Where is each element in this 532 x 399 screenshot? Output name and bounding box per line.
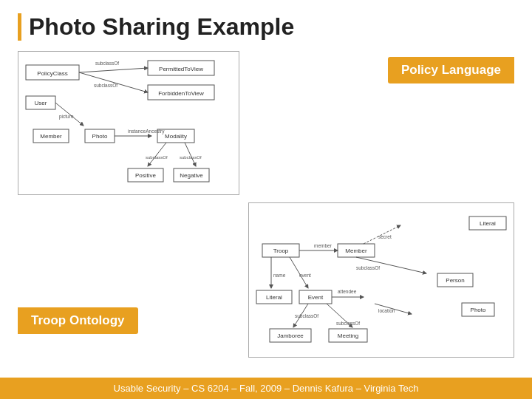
svg-text:location: location (378, 308, 395, 313)
main-content: PolicyClass PermittedToView ForbiddenToV… (18, 51, 514, 399)
svg-text:subclassOf: subclassOf (95, 61, 119, 66)
svg-text:member: member (314, 243, 332, 248)
svg-text:picture: picture (59, 114, 74, 120)
svg-text:subclassOf: subclassOf (94, 83, 117, 88)
svg-text:User: User (35, 100, 47, 106)
photo-sharing-diagram: PolicyClass PermittedToView ForbiddenToV… (18, 51, 239, 195)
footer-text: Usable Security – CS 6204 – Fall, 2009 –… (114, 383, 419, 394)
svg-text:PolicyClass: PolicyClass (37, 70, 67, 77)
svg-text:Member: Member (40, 133, 62, 140)
svg-line-37 (364, 225, 400, 244)
page-container: Photo Sharing Example PolicyClass Permit… (0, 0, 532, 399)
svg-text:Troop: Troop (273, 248, 289, 254)
svg-text:Event: Event (308, 294, 324, 301)
svg-text:PermittedToView: PermittedToView (159, 66, 203, 72)
svg-text:subclassOf: subclassOf (146, 155, 168, 160)
page-title: Photo Sharing Example (18, 13, 514, 41)
troop-ontology-label: Troop Ontology (18, 307, 138, 334)
svg-line-22 (148, 143, 166, 166)
svg-text:Jamboree: Jamboree (277, 332, 304, 339)
svg-text:Modality: Modality (165, 133, 187, 140)
svg-text:Person: Person (446, 277, 464, 284)
svg-text:Photo: Photo (471, 307, 486, 313)
svg-text:name: name (273, 273, 286, 278)
svg-text:Literal: Literal (266, 294, 282, 301)
svg-text:Positive: Positive (135, 172, 157, 179)
svg-text:secret: secret (378, 234, 392, 239)
svg-text:subclassOf: subclassOf (356, 265, 380, 270)
troop-ontology-diagram: Troop member Member secret Literal name (248, 202, 514, 358)
svg-line-23 (185, 143, 196, 166)
svg-text:Photo: Photo (92, 133, 108, 140)
svg-text:attendee: attendee (338, 289, 357, 294)
svg-text:subclassOf: subclassOf (180, 155, 202, 160)
svg-text:ForbiddenToView: ForbiddenToView (158, 90, 204, 97)
footer: Usable Security – CS 6204 – Fall, 2009 –… (0, 378, 532, 399)
svg-text:Meeting: Meeting (338, 332, 358, 339)
svg-text:Member: Member (345, 248, 367, 254)
svg-text:event: event (299, 273, 311, 278)
svg-text:subclassOf: subclassOf (295, 313, 318, 318)
svg-text:Negative: Negative (180, 172, 203, 179)
svg-line-6 (79, 68, 148, 72)
svg-text:Literal: Literal (480, 220, 496, 227)
policy-language-label: Policy Language (388, 57, 514, 83)
